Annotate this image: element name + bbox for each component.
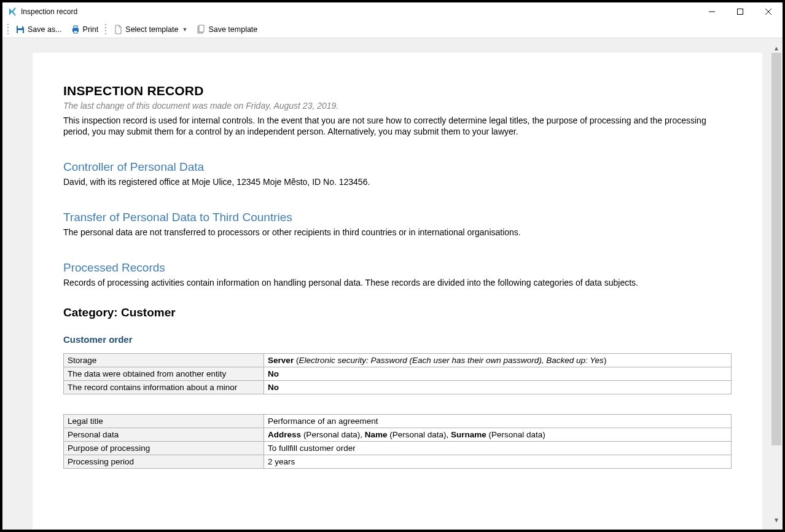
controller-body: David, with its registered office at Moj…: [63, 176, 732, 187]
svg-rect-5: [18, 30, 23, 33]
app-window: Inspection record Save a: [2, 2, 783, 530]
svg-rect-4: [18, 26, 22, 28]
toolbar-grip-2: [104, 24, 107, 35]
save-template-button[interactable]: Save template: [192, 23, 262, 36]
cell-value: 2 years: [264, 455, 732, 468]
select-template-label: Select template: [125, 25, 178, 34]
maximize-button[interactable]: [726, 2, 754, 21]
cell-value: To fullfill customer order: [264, 441, 732, 455]
print-button[interactable]: Print: [66, 23, 103, 36]
category-heading: Category: Customer: [63, 306, 732, 319]
save-as-label: Save as...: [28, 25, 62, 34]
vertical-scrollbar[interactable]: ▲ ▼: [771, 53, 781, 515]
printer-icon: [71, 25, 80, 34]
cell-value: Performance of an agreement: [264, 414, 732, 428]
table-row: Storage Server (Electronic security: Pas…: [64, 353, 732, 367]
chevron-down-icon: ▼: [182, 26, 187, 33]
window-controls: [698, 2, 783, 21]
cell-key: Purpose of processing: [64, 441, 264, 455]
scrollbar-thumb[interactable]: [771, 53, 781, 445]
document-copy-icon: [196, 25, 206, 34]
toolbar: Save as... Print Select template ▼: [2, 21, 783, 38]
scroll-down-icon[interactable]: ▼: [771, 515, 781, 525]
svg-rect-8: [74, 31, 77, 33]
scroll-up-icon[interactable]: ▲: [771, 43, 781, 53]
cell-value: No: [264, 380, 732, 394]
cell-key: Legal title: [64, 414, 264, 428]
transfer-heading: Transfer of Personal Data to Third Count…: [63, 211, 732, 224]
cell-key: Personal data: [64, 428, 264, 441]
document-icon: [113, 25, 123, 34]
processed-heading: Processed Records: [63, 261, 732, 275]
select-template-button[interactable]: Select template ▼: [109, 23, 192, 36]
table-row: The data were obtained from another enti…: [64, 367, 732, 380]
cell-key: The data were obtained from another enti…: [64, 367, 264, 380]
print-label: Print: [83, 25, 99, 34]
scrollbar-track[interactable]: [771, 53, 781, 515]
app-icon: [7, 7, 17, 17]
subcategory-heading: Customer order: [63, 334, 732, 345]
cell-value: Server (Electronic security: Password (E…: [264, 353, 732, 367]
save-template-label: Save template: [208, 25, 257, 34]
cell-value: No: [264, 367, 732, 380]
document-viewport[interactable]: INSPECTION RECORD The last change of thi…: [2, 38, 783, 530]
svg-rect-7: [74, 26, 77, 28]
svg-rect-1: [738, 9, 743, 15]
cell-key: Processing period: [64, 455, 264, 468]
transfer-body: The personal data are not transferred to…: [63, 227, 732, 238]
svg-rect-10: [199, 25, 204, 32]
storage-table: Storage Server (Electronic security: Pas…: [63, 353, 732, 394]
save-as-button[interactable]: Save as...: [11, 23, 66, 36]
floppy-disk-icon: [15, 25, 25, 34]
cell-value: Address (Personal data), Name (Personal …: [264, 428, 732, 441]
close-button[interactable]: [754, 2, 783, 21]
document-subtitle: The last change of this document was mad…: [63, 101, 732, 111]
processed-body: Records of processing activities contain…: [63, 277, 732, 288]
table-row: Personal data Address (Personal data), N…: [64, 428, 732, 441]
table-row: Purpose of processing To fullfill custom…: [64, 441, 732, 455]
minimize-button[interactable]: [698, 2, 726, 21]
document-title: INSPECTION RECORD: [63, 84, 732, 98]
processing-table: Legal title Performance of an agreement …: [63, 414, 732, 469]
toolbar-grip: [6, 24, 10, 35]
table-row: Legal title Performance of an agreement: [64, 414, 732, 428]
document-intro: This inspection record is used for inter…: [63, 115, 732, 137]
document-page: INSPECTION RECORD The last change of thi…: [33, 53, 762, 530]
cell-key: Storage: [64, 353, 264, 367]
table-row: The record contains information about a …: [64, 380, 732, 394]
window-title: Inspection record: [21, 7, 77, 16]
cell-key: The record contains information about a …: [64, 380, 264, 394]
table-row: Processing period 2 years: [64, 455, 732, 468]
title-bar: Inspection record: [2, 2, 783, 21]
controller-heading: Controller of Personal Data: [63, 160, 732, 174]
